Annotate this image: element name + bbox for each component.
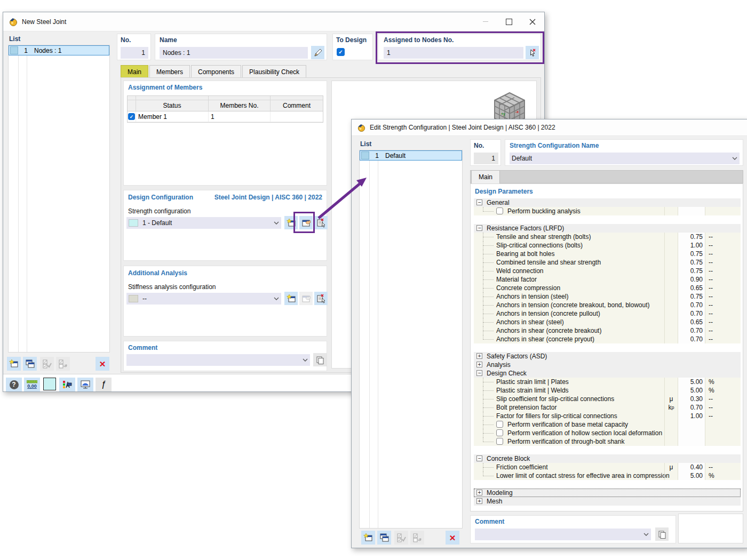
tab-main[interactable]: Main xyxy=(471,170,500,183)
strength-config-delete-button[interactable] xyxy=(314,216,328,229)
collapse-icon[interactable]: − xyxy=(476,370,482,376)
tree-row-item[interactable]: Concrete compression0.65-- xyxy=(474,284,741,292)
list-new-button[interactable] xyxy=(7,357,21,371)
tree-row-group[interactable]: +Mesh xyxy=(474,497,741,506)
parameter-checkbox[interactable] xyxy=(496,438,503,445)
list-delete-button[interactable]: ✕ xyxy=(446,531,459,545)
tree-row-item[interactable]: Plastic strain limit | Plates5.00% xyxy=(474,378,741,386)
tab-main[interactable]: Main xyxy=(121,65,148,78)
strength-configuration-dropdown[interactable]: 1 - Default xyxy=(126,217,281,229)
stiffness-config-delete-button[interactable] xyxy=(314,292,328,305)
strength-config-new-button[interactable] xyxy=(284,216,298,229)
tree-row-item[interactable]: Weld connection0.75-- xyxy=(474,267,741,275)
list-select-all-button[interactable] xyxy=(40,357,54,371)
tree-row-check[interactable]: Perform verification of hollow section l… xyxy=(474,429,741,437)
strength-config-edit-button[interactable] xyxy=(299,216,313,229)
rename-button[interactable] xyxy=(311,46,324,59)
tree-row-group[interactable]: +Modeling xyxy=(474,489,741,497)
expand-icon[interactable]: + xyxy=(476,490,482,495)
parameter-value[interactable]: 0.75 xyxy=(678,258,705,267)
parameter-value[interactable]: 0.75 xyxy=(678,250,705,258)
expand-icon[interactable]: + xyxy=(476,362,482,367)
list-copy-button[interactable] xyxy=(23,357,37,371)
tab-plausibility-check[interactable]: Plausibility Check xyxy=(242,65,306,78)
tree-row-group[interactable]: −Resistance Factors (LRFD) xyxy=(474,224,741,233)
expand-icon[interactable]: + xyxy=(476,353,482,359)
comment-dropdown[interactable] xyxy=(475,529,651,540)
parameter-checkbox[interactable] xyxy=(496,207,503,214)
parameter-value[interactable]: 1.00 xyxy=(678,412,705,420)
tree-row-group[interactable]: +Analysis xyxy=(474,361,741,369)
tree-row-item[interactable]: Combined tensile and shear strength0.75-… xyxy=(474,258,741,267)
list-item[interactable]: 1Default xyxy=(360,150,462,161)
collapse-icon[interactable]: − xyxy=(476,455,482,461)
parameter-value[interactable]: 0.70 xyxy=(678,309,705,318)
stiffness-config-new-button[interactable] xyxy=(284,292,298,305)
member-checkbox[interactable]: ✓ xyxy=(128,113,135,120)
window1-titlebar[interactable]: New Steel Joint xyxy=(3,12,544,31)
assigned-nodes-field[interactable]: 1 xyxy=(384,47,523,59)
display-color-swatch[interactable] xyxy=(43,378,56,390)
no-field[interactable]: 1 xyxy=(121,47,148,59)
parameter-value[interactable]: 0.30 xyxy=(678,395,705,403)
to-design-checkbox[interactable]: ✓ xyxy=(337,48,345,56)
comment-dropdown[interactable] xyxy=(126,354,310,366)
tree-row-item[interactable]: Lower limit of contact stress for effect… xyxy=(474,471,741,480)
collapse-icon[interactable]: − xyxy=(476,199,482,205)
parameter-value[interactable] xyxy=(678,207,705,215)
parameter-value[interactable] xyxy=(678,437,705,446)
tree-row-item[interactable]: Friction coefficientμ0.40-- xyxy=(474,463,741,471)
tree-row-item[interactable]: Anchors in shear (steel)0.65-- xyxy=(474,318,741,326)
stiffness-config-edit-button[interactable] xyxy=(299,292,313,305)
tree-row-group[interactable]: −General xyxy=(474,198,741,207)
parameter-value[interactable]: 0.70 xyxy=(678,301,705,309)
stiffness-configuration-dropdown[interactable]: -- xyxy=(126,293,281,305)
collapse-icon[interactable]: − xyxy=(476,225,482,231)
tree-row-item[interactable]: Bearing at bolt holes0.75-- xyxy=(474,250,741,258)
comment-copy-button[interactable] xyxy=(313,353,327,366)
parameter-value[interactable]: 0.65 xyxy=(678,284,705,292)
parameter-value[interactable]: 0.90 xyxy=(678,275,705,284)
parameter-value[interactable]: 0.40 xyxy=(678,463,705,471)
tree-row-item[interactable]: Anchors in tension (concrete breakout, b… xyxy=(474,301,741,309)
close-button[interactable] xyxy=(521,12,544,31)
tree-row-item[interactable]: Factor for fillers for slip-critical con… xyxy=(474,412,741,420)
tree-row-item[interactable]: Bolt pretension factorkp0.70-- xyxy=(474,403,741,412)
tree-row-check[interactable]: Perform verification of base metal capac… xyxy=(474,420,741,429)
parameter-value[interactable]: 1.00 xyxy=(678,241,705,250)
list-deselect-button[interactable] xyxy=(56,357,70,371)
parameter-value[interactable]: 5.00 xyxy=(678,386,705,395)
list-delete-button[interactable]: ✕ xyxy=(96,357,109,371)
parameter-value[interactable]: 5.00 xyxy=(678,471,705,480)
tree-row-item[interactable]: Anchors in shear (concrete pryout)0.70-- xyxy=(474,335,741,343)
parameter-value[interactable]: 0.70 xyxy=(678,403,705,412)
parameter-value[interactable]: 5.00 xyxy=(678,378,705,386)
parameter-value[interactable]: 0.70 xyxy=(678,335,705,343)
rendering-button[interactable] xyxy=(77,378,93,391)
no-field[interactable]: 1 xyxy=(474,153,498,164)
parameter-value[interactable]: 0.75 xyxy=(678,267,705,275)
list-select-all-button[interactable] xyxy=(394,531,408,545)
list-new-button[interactable] xyxy=(361,531,375,545)
tab-components[interactable]: Components xyxy=(191,65,241,78)
tree-row-item[interactable]: Slip coefficient for slip-critical conne… xyxy=(474,395,741,403)
window2-titlebar[interactable]: Edit Strength Configuration | Steel Join… xyxy=(352,119,747,136)
tree-row-item[interactable]: Anchors in shear (concrete breakout)0.70… xyxy=(474,326,741,335)
tree-row-item[interactable]: Tensile and shear strength (bolts)0.75-- xyxy=(474,233,741,241)
tree-row-item[interactable]: Slip-critical connections (bolts)1.00-- xyxy=(474,241,741,250)
name-field[interactable]: Nodes : 1 xyxy=(160,47,308,59)
maximize-button[interactable] xyxy=(497,12,521,31)
tree-row-check[interactable]: Perform buckling analysis xyxy=(474,207,741,215)
select-nodes-button[interactable] xyxy=(526,46,539,59)
tree-row-item[interactable]: Material factor0.90-- xyxy=(474,275,741,284)
tree-row-check[interactable]: Perform verification of through-bolt sha… xyxy=(474,437,741,446)
parameter-value[interactable]: 0.75 xyxy=(678,292,705,301)
parameter-value[interactable]: 0.65 xyxy=(678,318,705,326)
tree-row-group[interactable]: −Concrete Block xyxy=(474,454,741,463)
tree-row-group[interactable]: +Safety Factors (ASD) xyxy=(474,352,741,361)
parameter-value[interactable] xyxy=(678,429,705,437)
help-button[interactable]: ? xyxy=(6,378,22,391)
list-deselect-button[interactable] xyxy=(410,531,424,545)
config-name-dropdown[interactable]: Default xyxy=(510,153,740,164)
minimize-button[interactable] xyxy=(474,12,497,31)
